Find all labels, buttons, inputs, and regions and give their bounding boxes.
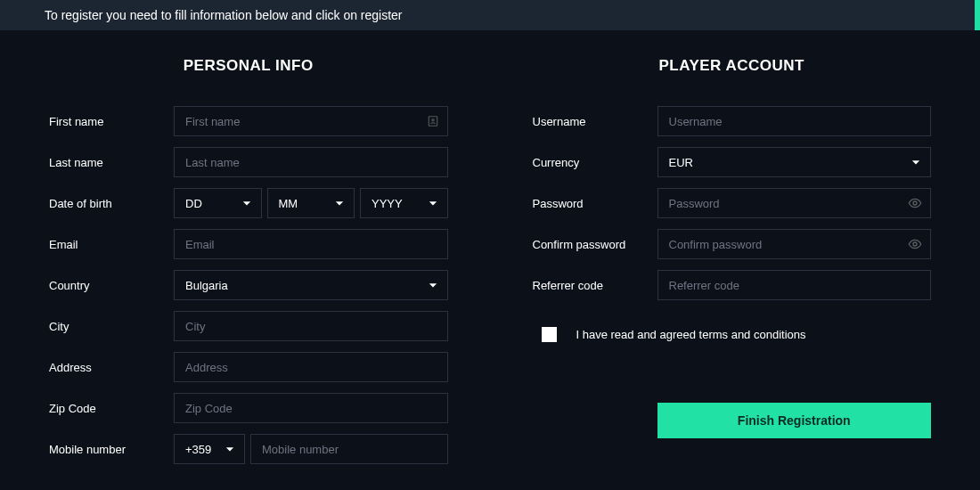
- last-name-label: Last name: [49, 156, 174, 169]
- accent-edge: [975, 0, 980, 30]
- password-row: Password: [533, 188, 932, 218]
- referrer-row: Referrer code: [533, 270, 932, 300]
- eye-icon[interactable]: [908, 196, 922, 210]
- player-account-section: PLAYER ACCOUNT Username Currency EUR Pas…: [533, 57, 932, 475]
- address-label: Address: [49, 361, 174, 374]
- mobile-row: Mobile number +359: [49, 434, 448, 464]
- zip-label: Zip Code: [49, 402, 174, 415]
- confirm-password-row: Confirm password: [533, 229, 932, 259]
- eye-icon[interactable]: [908, 237, 922, 251]
- city-row: City: [49, 311, 448, 341]
- terms-label: I have read and agreed terms and conditi…: [576, 328, 806, 341]
- form-content: PERSONAL INFO First name Last name Date …: [0, 30, 980, 475]
- currency-select[interactable]: EUR: [657, 147, 932, 177]
- address-input[interactable]: [174, 352, 448, 382]
- first-name-row: First name: [49, 106, 448, 136]
- personal-info-section: PERSONAL INFO First name Last name Date …: [49, 57, 448, 475]
- password-input[interactable]: [657, 188, 932, 218]
- contact-card-icon: [427, 115, 439, 127]
- personal-info-title: PERSONAL INFO: [49, 57, 448, 75]
- dob-row: Date of birth DD MM YYYY: [49, 188, 448, 218]
- dob-label: Date of birth: [49, 197, 174, 210]
- referrer-label: Referrer code: [533, 279, 657, 292]
- country-row: Country Bulgaria: [49, 270, 448, 300]
- email-input[interactable]: [174, 229, 448, 259]
- terms-row: I have read and agreed terms and conditi…: [542, 327, 932, 342]
- svg-point-2: [913, 201, 917, 205]
- address-row: Address: [49, 352, 448, 382]
- zip-input[interactable]: [174, 393, 448, 423]
- instruction-text: To register you need to fill information…: [45, 8, 403, 22]
- email-label: Email: [49, 238, 174, 251]
- svg-point-1: [431, 119, 433, 121]
- country-select[interactable]: Bulgaria: [174, 270, 448, 300]
- confirm-password-input[interactable]: [657, 229, 932, 259]
- confirm-password-label: Confirm password: [533, 238, 657, 251]
- email-row: Email: [49, 229, 448, 259]
- terms-checkbox[interactable]: [542, 327, 557, 342]
- password-label: Password: [533, 197, 657, 210]
- username-label: Username: [533, 115, 657, 128]
- username-row: Username: [533, 106, 932, 136]
- svg-point-3: [913, 242, 917, 246]
- city-input[interactable]: [174, 311, 448, 341]
- first-name-input[interactable]: [174, 106, 448, 136]
- player-account-title: PLAYER ACCOUNT: [533, 57, 932, 75]
- zip-row: Zip Code: [49, 393, 448, 423]
- username-input[interactable]: [657, 106, 932, 136]
- mobile-code-select[interactable]: +359: [174, 434, 245, 464]
- last-name-input[interactable]: [174, 147, 448, 177]
- country-label: Country: [49, 279, 174, 292]
- instruction-bar: To register you need to fill information…: [0, 0, 980, 30]
- referrer-input[interactable]: [657, 270, 932, 300]
- last-name-row: Last name: [49, 147, 448, 177]
- currency-row: Currency EUR: [533, 147, 932, 177]
- mobile-label: Mobile number: [49, 443, 174, 456]
- city-label: City: [49, 320, 174, 333]
- finish-registration-button[interactable]: Finish Registration: [657, 403, 932, 438]
- dob-year-select[interactable]: YYYY: [360, 188, 448, 218]
- first-name-label: First name: [49, 115, 174, 128]
- currency-label: Currency: [533, 156, 657, 169]
- dob-month-select[interactable]: MM: [267, 188, 355, 218]
- dob-day-select[interactable]: DD: [174, 188, 262, 218]
- mobile-number-input[interactable]: [250, 434, 448, 464]
